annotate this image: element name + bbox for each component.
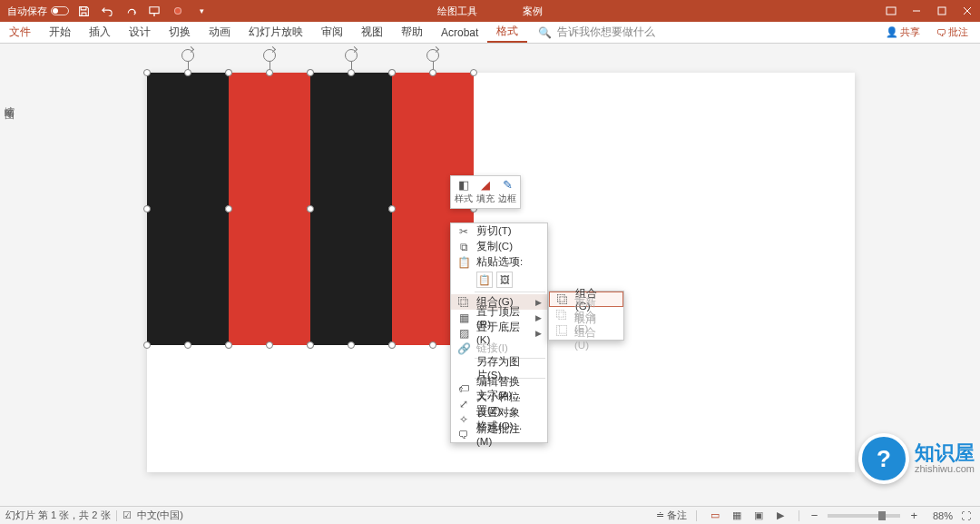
submenu-arrow-icon: ▶: [535, 329, 542, 338]
svg-rect-0: [887, 7, 896, 15]
selection-handle[interactable]: [388, 205, 396, 213]
selection-handle[interactable]: [429, 341, 436, 349]
maximize-button[interactable]: [929, 0, 955, 22]
save-button[interactable]: [74, 2, 93, 20]
rotate-handle[interactable]: [426, 49, 439, 62]
qat-more-button[interactable]: ▾: [192, 2, 211, 20]
tab-slideshow[interactable]: 幻灯片放映: [240, 22, 312, 43]
from-beginning-button[interactable]: [145, 2, 163, 20]
fill-icon: ◢: [481, 179, 490, 192]
tab-design[interactable]: 设计: [120, 22, 160, 43]
ctx-new-comment[interactable]: 🗨新建批注(M): [451, 427, 547, 442]
spellcheck-icon[interactable]: ☑: [122, 509, 132, 521]
comments-button[interactable]: 🗨批注: [930, 23, 975, 42]
minimize-button[interactable]: [904, 0, 929, 22]
ctx-paste-options: 📋 🖼: [451, 270, 547, 290]
selection-handle[interactable]: [307, 205, 314, 213]
selection-handle[interactable]: [184, 341, 191, 349]
selection-handle[interactable]: [225, 69, 232, 76]
selection-handle[interactable]: [225, 205, 232, 213]
mini-style-button[interactable]: ◧ 样式: [453, 178, 475, 206]
ribbon-tabs: 文件 开始 插入 设计 切换 动画 幻灯片放映 审阅 视图 帮助 Acrobat…: [0, 22, 980, 44]
thumbnail-dock[interactable]: 缩略图: [4, 98, 16, 104]
selection-handle[interactable]: [348, 341, 355, 349]
ungroup-icon: ⿺: [554, 325, 569, 338]
zoom-thumb[interactable]: [878, 511, 886, 520]
rotate-handle[interactable]: [345, 49, 358, 62]
autosave-toggle[interactable]: 自动保存: [7, 5, 69, 18]
context-tab-label: 绘图工具: [437, 5, 477, 18]
selection-handle[interactable]: [143, 341, 151, 349]
selection-handle[interactable]: [307, 341, 314, 349]
zoom-percent[interactable]: 88%: [924, 510, 953, 521]
normal-view-button[interactable]: ▭: [706, 509, 724, 523]
rotate-handle[interactable]: [263, 49, 276, 62]
comment-icon: 🗨: [456, 429, 471, 441]
context-menu: ✂剪切(T) ⧉复制(C) 📋粘贴选项: 📋 🖼 ⿻组合(G)▶ ▦置于顶层(R…: [450, 222, 548, 443]
ctx-save-as-picture[interactable]: 另存为图片(S)...: [451, 361, 547, 376]
zoom-slider[interactable]: [828, 514, 900, 518]
ctx-copy[interactable]: ⧉复制(C): [451, 239, 547, 254]
fit-window-button[interactable]: ⛶: [956, 509, 975, 523]
cut-icon: ✂: [456, 225, 471, 238]
regroup-icon: ⿻: [554, 309, 569, 321]
send-back-icon: ▨: [456, 327, 471, 340]
close-button[interactable]: [955, 0, 980, 22]
ribbon-display-button[interactable]: [878, 0, 904, 22]
search-icon: 🔍: [538, 26, 552, 39]
zoom-out-button[interactable]: −: [808, 510, 821, 521]
paste-option-keep[interactable]: 📋: [476, 272, 493, 288]
tell-me-search[interactable]: 🔍 告诉我你想要做什么: [538, 22, 655, 43]
slideshow-view-button[interactable]: ▶: [771, 509, 789, 523]
document-title: 案例: [523, 5, 543, 18]
record-icon: [174, 7, 181, 15]
rotate-handle[interactable]: [181, 49, 194, 62]
selection-handle[interactable]: [143, 69, 151, 76]
ctx-send-back[interactable]: ▨置于底层(K)▶: [451, 325, 547, 341]
selection-handle[interactable]: [307, 69, 314, 76]
tab-view[interactable]: 视图: [352, 22, 392, 43]
tab-transitions[interactable]: 切换: [160, 22, 200, 43]
tab-insert[interactable]: 插入: [80, 22, 120, 43]
selection-handle[interactable]: [348, 69, 355, 76]
selection-handle[interactable]: [266, 341, 273, 349]
redo-button[interactable]: [122, 2, 140, 20]
share-button[interactable]: 👤共享: [879, 23, 926, 42]
reading-view-button[interactable]: ▣: [750, 509, 768, 523]
shape-rect-2[interactable]: [229, 73, 310, 345]
selection-handle[interactable]: [388, 69, 396, 76]
language-status[interactable]: 中文(中国): [137, 509, 183, 522]
tab-animations[interactable]: 动画: [200, 22, 240, 43]
shape-rect-1[interactable]: [147, 73, 229, 345]
separator: [475, 292, 545, 292]
mini-outline-button[interactable]: ✎ 边框: [496, 178, 518, 206]
slide-counter[interactable]: 幻灯片 第 1 张，共 2 张: [5, 509, 111, 522]
selection-handle[interactable]: [184, 69, 191, 76]
selection-handle[interactable]: [143, 205, 151, 213]
sorter-view-button[interactable]: ▦: [728, 509, 746, 523]
workspace: 缩略图: [0, 44, 980, 506]
outline-icon: ✎: [503, 179, 513, 192]
tab-acrobat[interactable]: Acrobat: [432, 22, 487, 43]
watermark-domain: zhishiwu.com: [915, 463, 975, 474]
tab-file[interactable]: 文件: [0, 22, 40, 43]
paste-option-picture[interactable]: 🖼: [496, 272, 513, 288]
watermark-logo: ? 知识屋 zhishiwu.com: [858, 433, 975, 484]
mini-fill-button[interactable]: ◢ 填充: [475, 178, 496, 206]
undo-button[interactable]: [98, 2, 116, 20]
tab-review[interactable]: 审阅: [312, 22, 352, 43]
record-button[interactable]: [169, 2, 187, 20]
tab-format[interactable]: 格式: [487, 22, 527, 43]
tab-help[interactable]: 帮助: [392, 22, 432, 43]
ctx-cut[interactable]: ✂剪切(T): [451, 223, 547, 239]
notes-button[interactable]: ≐ 备注: [656, 509, 687, 522]
selection-handle[interactable]: [266, 69, 273, 76]
shape-rect-3[interactable]: [310, 73, 392, 345]
zoom-in-button[interactable]: +: [907, 510, 920, 521]
watermark-badge-icon: ?: [858, 433, 909, 484]
selection-handle[interactable]: [225, 341, 232, 349]
tab-home[interactable]: 开始: [40, 22, 80, 43]
selection-handle[interactable]: [470, 69, 477, 76]
selection-handle[interactable]: [429, 69, 436, 76]
selection-handle[interactable]: [388, 341, 396, 349]
